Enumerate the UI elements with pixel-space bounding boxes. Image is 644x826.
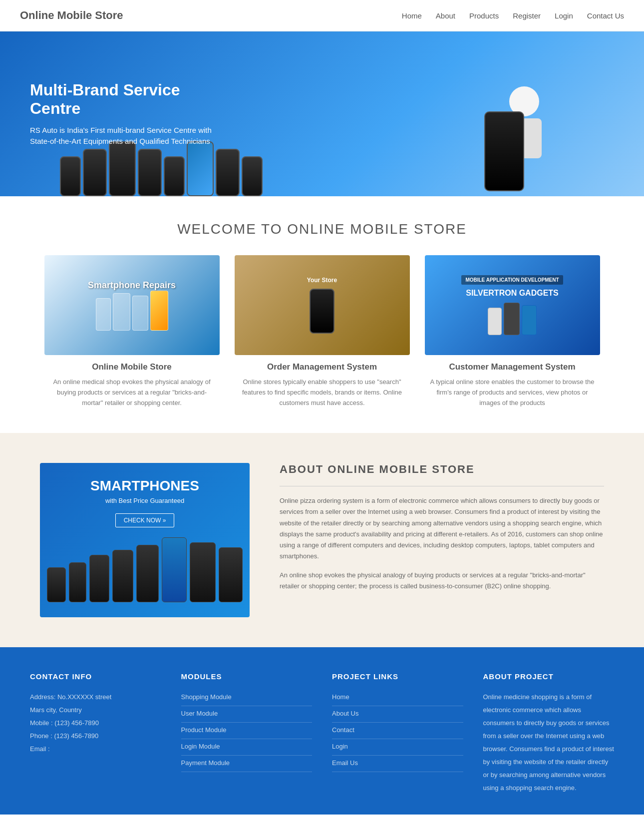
hero-phones-decoration xyxy=(60,141,263,196)
about-paragraph-1: Online pizza ordering system is a form o… xyxy=(280,495,604,562)
module-payment[interactable]: Payment Module xyxy=(181,757,313,772)
phone-decoration-7 xyxy=(216,149,240,196)
hero-subtitle: RS Auto is India's First multi-brand Ser… xyxy=(30,125,220,147)
card-title-1: Online Mobile Store xyxy=(44,362,220,372)
phone-decoration-2 xyxy=(83,149,107,196)
footer: CONTACT INFO Address: No.XXXXXX street M… xyxy=(0,647,644,815)
card-title-2: Order Management System xyxy=(235,362,410,372)
phone-decoration-4 xyxy=(138,149,162,196)
project-link-about-us[interactable]: About Us xyxy=(332,707,463,723)
about-phones-row xyxy=(47,537,243,602)
card-image-order: Your Store xyxy=(235,255,410,355)
about-phone-3 xyxy=(89,555,109,602)
about-phone-2 xyxy=(69,562,86,602)
footer-about-project: ABOUT PROJECT Online medicine shopping i… xyxy=(483,672,615,795)
logo-text: Online Mobile Store xyxy=(20,9,123,21)
project-link-login[interactable]: Login xyxy=(332,740,463,756)
footer-contact-heading: CONTACT INFO xyxy=(30,672,161,681)
card-image-customer: MOBILE APPLICATION DEVELOPMENT SILVERTRO… xyxy=(425,255,600,355)
card-desc-2: Online stores typically enable shoppers … xyxy=(235,377,410,408)
about-phone-4 xyxy=(112,550,133,602)
hero-title: Multi-Brand Service Centre xyxy=(30,81,220,118)
mini-phone-4 xyxy=(150,291,168,331)
module-user[interactable]: User Module xyxy=(181,707,313,723)
card-image-content-order: Your Store xyxy=(235,255,410,355)
hero-text-block: Multi-Brand Service Centre RS Auto is In… xyxy=(30,81,220,147)
card-order-management: Your Store Order Management System Onlin… xyxy=(235,255,410,408)
nav-products[interactable]: Products xyxy=(469,11,499,20)
about-phone-1 xyxy=(47,567,66,602)
welcome-heading: WELCOME TO ONLINE MOBILE STORE xyxy=(30,221,614,237)
footer-about-project-text: Online medicine shopping is a form of el… xyxy=(483,691,615,795)
about-image-block: SMARTPHONES with Best Price Guaranteed C… xyxy=(40,463,250,617)
order-hand-phone xyxy=(310,289,334,334)
phone-decoration-5 xyxy=(164,156,185,196)
project-link-email[interactable]: Email Us xyxy=(332,757,463,772)
repair-label: Smartphone Repairs xyxy=(88,280,176,291)
mini-phone-1 xyxy=(96,298,111,331)
smartphones-title: SMARTPHONES xyxy=(90,478,199,494)
about-phone-5 xyxy=(136,545,159,602)
footer-address: Address: No.XXXXXX street xyxy=(30,691,161,704)
module-product[interactable]: Product Module xyxy=(181,724,313,739)
main-nav: Home About Products Register Login Conta… xyxy=(402,11,624,20)
footer-project-links: PROJECT LINKS Home About Us Contact Logi… xyxy=(332,672,463,795)
footer-city: Mars city, Country xyxy=(30,704,161,717)
card-title-3: Customer Management System xyxy=(425,362,600,372)
customer-brand-label: MOBILE APPLICATION DEVELOPMENT xyxy=(461,275,563,285)
phone-decoration-6 xyxy=(187,141,214,196)
card-image-content-repair: Smartphone Repairs xyxy=(44,255,220,355)
nav-home[interactable]: Home xyxy=(402,11,422,20)
card-desc-1: An online medical shop evokes the physic… xyxy=(44,377,220,408)
nav-register[interactable]: Register xyxy=(513,11,541,20)
cust-phone-3 xyxy=(522,305,537,335)
nav-login[interactable]: Login xyxy=(555,11,573,20)
mini-phone-2 xyxy=(113,293,130,331)
hero-banner: Multi-Brand Service Centre RS Auto is In… xyxy=(0,31,644,196)
footer-modules: MODULES Shopping Module User Module Prod… xyxy=(181,672,313,795)
order-label: Your Store xyxy=(307,277,337,284)
customer-phones-row xyxy=(488,303,537,335)
nav-contact-us[interactable]: Contact Us xyxy=(587,11,624,20)
about-section: SMARTPHONES with Best Price Guaranteed C… xyxy=(0,433,644,647)
phone-decoration-8 xyxy=(242,156,263,196)
card-desc-3: A typical online store enables the custo… xyxy=(425,377,600,408)
card-customer-management: MOBILE APPLICATION DEVELOPMENT SILVERTRO… xyxy=(425,255,600,408)
project-link-contact[interactable]: Contact xyxy=(332,724,463,739)
repair-phones xyxy=(96,291,168,331)
module-login[interactable]: Login Module xyxy=(181,740,313,756)
footer-phone: Phone : (123) 456-7890 xyxy=(30,730,161,743)
card-online-mobile-store: Smartphone Repairs Online Mobile Store A… xyxy=(44,255,220,408)
silvertron-label: SILVERTRON GADGETS xyxy=(466,289,559,298)
cust-phone-2 xyxy=(504,303,520,335)
about-phone-8 xyxy=(219,547,243,602)
card-image-content-customer: MOBILE APPLICATION DEVELOPMENT SILVERTRO… xyxy=(425,255,600,355)
footer-about-project-heading: ABOUT PROJECT xyxy=(483,672,615,681)
footer-mobile: Mobile : (123) 456-7890 xyxy=(30,717,161,730)
mini-phone-3 xyxy=(132,296,148,331)
cust-phone-1 xyxy=(488,308,502,335)
site-logo: Online Mobile Store xyxy=(20,9,123,22)
project-link-home[interactable]: Home xyxy=(332,691,463,706)
nav-about[interactable]: About xyxy=(436,11,455,20)
footer-contact-info: CONTACT INFO Address: No.XXXXXX street M… xyxy=(30,672,161,795)
welcome-section: WELCOME TO ONLINE MOBILE STORE Smartphon… xyxy=(0,196,644,433)
footer-email: Email : xyxy=(30,743,161,756)
footer-modules-heading: MODULES xyxy=(181,672,313,681)
phone-decoration-1 xyxy=(60,156,81,196)
check-now-button[interactable]: CHECK NOW » xyxy=(115,513,175,527)
about-content-block: ABOUT ONLINE MOBILE STORE Online pizza o… xyxy=(280,463,604,617)
smartphones-sub: with Best Price Guaranteed xyxy=(105,497,184,504)
about-phone-7 xyxy=(190,542,216,602)
about-heading: ABOUT ONLINE MOBILE STORE xyxy=(280,463,604,476)
module-shopping[interactable]: Shopping Module xyxy=(181,691,313,706)
about-divider xyxy=(280,486,604,486)
hero-big-phone xyxy=(484,111,524,191)
footer-project-links-heading: PROJECT LINKS xyxy=(332,672,463,681)
phone-decoration-3 xyxy=(109,141,136,196)
about-paragraph-2: An online shop evokes the physical analo… xyxy=(280,570,604,592)
about-phone-6 xyxy=(162,537,187,602)
feature-cards-row: Smartphone Repairs Online Mobile Store A… xyxy=(30,255,614,408)
card-image-repair: Smartphone Repairs xyxy=(44,255,220,355)
